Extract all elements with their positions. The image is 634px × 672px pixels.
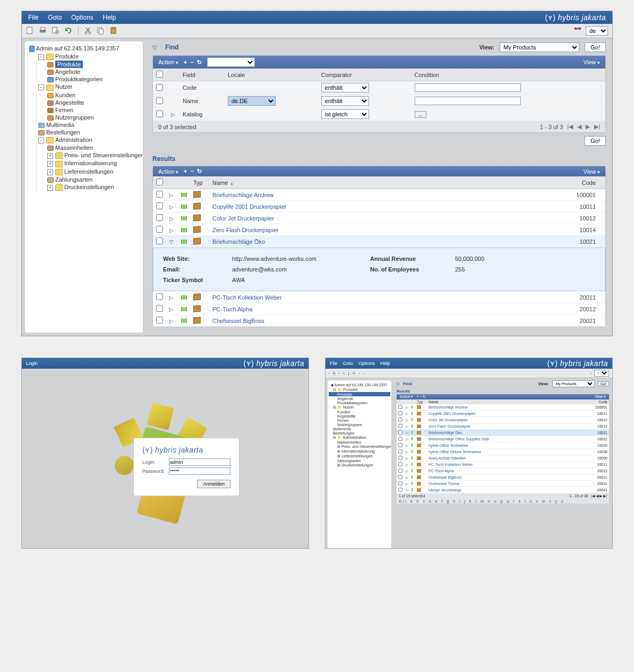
tree-nutzer[interactable]: ⊟ 📁 Nutzer [329, 405, 390, 410]
view-select[interactable]: My Products [552, 380, 595, 387]
result-link[interactable]: hybris Office Deluxe Textmarker [427, 449, 588, 455]
remove-row-icon[interactable]: − [191, 168, 194, 175]
results-view-menu[interactable]: View [584, 168, 600, 175]
tree-item[interactable]: Firmen [329, 418, 390, 422]
locale-select[interactable]: de.DE [228, 96, 276, 106]
expand-icon[interactable]: ▷ [169, 318, 175, 324]
result-link[interactable]: Color Jet Druckerpapier [427, 417, 588, 423]
expand-icon[interactable]: ▷ [404, 443, 410, 449]
expand-icon[interactable]: ▷ [404, 462, 410, 468]
expand-icon[interactable]: ▷ [404, 404, 410, 411]
row-checkbox[interactable] [398, 411, 402, 415]
tree-produkte[interactable]: Produkte [55, 53, 79, 59]
login-input[interactable] [169, 458, 230, 466]
expand-toggle[interactable]: + [47, 153, 53, 159]
row-checkbox[interactable] [398, 443, 402, 447]
action-menu[interactable]: Action [158, 59, 178, 65]
menu-help[interactable]: Help [380, 361, 390, 366]
tree-nutzergruppen[interactable]: Nutzergruppen [55, 114, 94, 121]
tree-produkte-produkte[interactable]: Produkte [55, 61, 83, 68]
row-checkbox[interactable] [156, 317, 163, 324]
next-page-icon[interactable]: ▶ [586, 123, 590, 130]
row-checkbox[interactable] [156, 293, 163, 300]
tree-root[interactable]: Admin auf 62.245.135.149:2357 [36, 45, 119, 52]
view-select[interactable]: My Products [500, 42, 579, 52]
menu-options[interactable]: Options [71, 14, 93, 21]
expand-toggle[interactable]: + [47, 161, 53, 167]
select-all-checkbox[interactable] [156, 71, 163, 78]
row-checkbox[interactable] [156, 305, 163, 312]
tree-item[interactable]: Angestellte [329, 414, 390, 418]
expand-toggle[interactable]: + [47, 185, 53, 191]
menu-file[interactable]: File [330, 361, 338, 366]
expand-icon[interactable]: ▷ [169, 307, 175, 312]
flags-icon[interactable]: ▫ [591, 371, 592, 375]
row-checkbox[interactable] [156, 110, 163, 117]
find-type-select[interactable] [207, 57, 255, 67]
expand-icon[interactable]: ▷ [404, 455, 410, 462]
row-checkbox[interactable] [156, 214, 163, 221]
condition-input[interactable] [415, 97, 521, 105]
result-link[interactable]: PC-Tisch Kollektion Weber [212, 294, 282, 301]
browse-button[interactable]: ... [415, 111, 426, 118]
expand-icon[interactable]: ▷ [404, 417, 410, 423]
row-checkbox[interactable] [398, 430, 402, 435]
tree-item[interactable]: Bestellungen [329, 431, 390, 435]
result-link[interactable]: Copylife 2001 Druckerpapier [212, 203, 286, 210]
tree-root[interactable]: ◆ Admin auf 62.245.135.149:2357 [329, 382, 390, 387]
result-link[interactable]: hybris Office Textmarker [427, 443, 588, 449]
refresh-rows-icon[interactable]: ↻ [197, 168, 202, 175]
expand-icon[interactable]: ▷ [404, 468, 410, 474]
comparator-select[interactable]: ist gleich [321, 109, 369, 119]
tree-produkte[interactable]: ⊟ 📁 Produkte [329, 387, 390, 392]
cut-icon[interactable] [84, 27, 92, 35]
tree-bestellungen[interactable]: Bestellungen [46, 129, 80, 135]
collapse-toggle[interactable]: − [38, 84, 44, 90]
tree-zahlungsarten[interactable]: Zahlungsarten [55, 176, 92, 183]
tree-item[interactable]: Nutzergruppen [329, 422, 390, 427]
tree-masseinheiten[interactable]: Masseinheiten [55, 144, 93, 151]
expand-icon[interactable]: ▷ [169, 192, 175, 198]
row-checkbox[interactable] [398, 488, 402, 492]
result-link[interactable]: Avery AdStar Etiketten [427, 455, 588, 462]
collapse-toggle[interactable]: − [38, 54, 44, 60]
tree-item[interactable]: ⊞ Liefereinstellungen [329, 454, 390, 458]
tree-produkte-angebote[interactable]: Angebote [55, 69, 80, 75]
view-menu[interactable]: View ▾ [595, 395, 606, 399]
remove-row-icon[interactable]: − [191, 59, 194, 66]
find-collapse-icon[interactable]: ▽ [152, 44, 160, 51]
result-link[interactable]: Briefumschläge Öko [212, 239, 265, 245]
expand-toggle[interactable]: + [47, 169, 53, 175]
result-link[interactable]: Chefsessel BigBoss [427, 474, 588, 481]
new-icon[interactable] [26, 27, 35, 35]
tree-item[interactable]: ⊞ Internationalisierung [329, 449, 390, 454]
row-checkbox[interactable] [398, 475, 402, 479]
tree-produkte-sel[interactable]: Produkte [329, 392, 390, 396]
action-menu[interactable]: Action ▾ + − ↻ [400, 395, 426, 399]
tree-item[interactable]: Produktkategorien [329, 401, 390, 405]
add-row-icon[interactable]: + [184, 59, 187, 66]
expand-icon[interactable]: ▷ [404, 449, 410, 455]
row-checkbox[interactable] [156, 237, 163, 244]
tree-nutzer[interactable]: Nutzer [55, 83, 72, 90]
find-expand-icon[interactable]: ▷ [397, 381, 400, 386]
collapse-icon[interactable]: ▽ [169, 239, 175, 245]
comparator-select[interactable]: enthält [321, 96, 369, 106]
row-checkbox[interactable] [398, 418, 402, 422]
row-checkbox[interactable] [156, 97, 163, 104]
expand-icon[interactable]: ▷ [404, 411, 410, 417]
tree-admin[interactable]: ⊟ 📁 Administration [329, 435, 390, 440]
last-page-icon[interactable]: ▶| [594, 123, 600, 130]
menu-options[interactable]: Options [358, 361, 375, 366]
tree-item[interactable]: Zahlungsarten [329, 458, 390, 463]
expand-icon[interactable]: ▷ [169, 295, 175, 301]
menu-goto[interactable]: Goto [343, 361, 354, 366]
condition-input[interactable] [415, 83, 521, 92]
result-link[interactable]: Briefumschläge Office Supplies Gelb [427, 436, 588, 443]
expand-icon[interactable]: ▷ [404, 481, 410, 487]
result-link[interactable]: Chefsessel BigBoss [212, 318, 264, 324]
expand-icon[interactable]: ▷ [404, 474, 410, 481]
refresh-rows-icon[interactable]: ↻ [197, 59, 202, 66]
menu-help[interactable]: Help [103, 14, 116, 21]
locale-select[interactable]: de [586, 26, 608, 36]
